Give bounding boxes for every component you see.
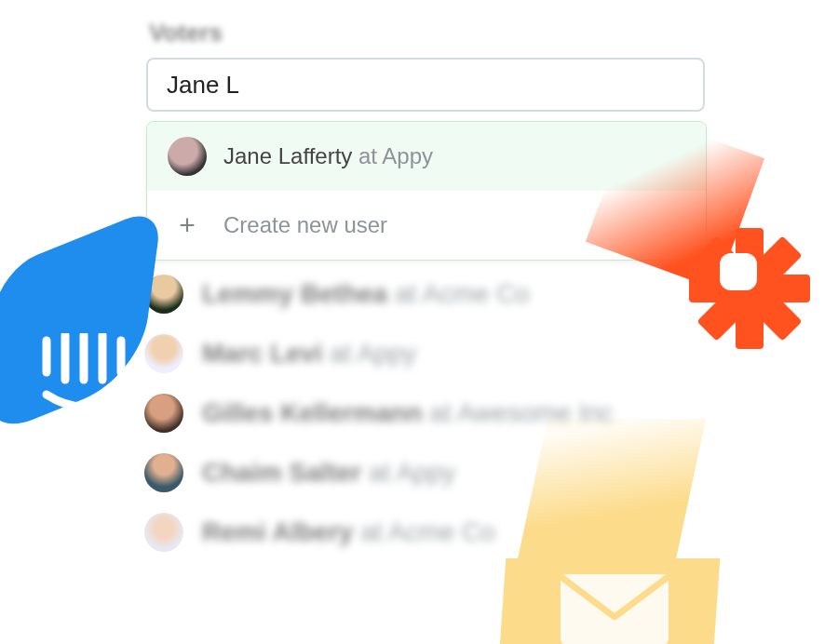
svg-rect-6: [689, 275, 810, 302]
svg-rect-8: [696, 235, 802, 341]
intercom-icon: [35, 333, 128, 417]
user-search-input[interactable]: [165, 70, 686, 101]
user-list: Lemmy Bethea at Acme Co Marc Levi at App…: [144, 275, 613, 552]
svg-rect-7: [696, 235, 802, 341]
user-label: Lemmy Bethea at Acme Co: [202, 279, 530, 309]
create-new-user-label: Create new user: [223, 212, 387, 238]
list-item[interactable]: Gilles Kellermann at Awesome Inc: [144, 394, 613, 433]
intercom-logo-decoration: [0, 270, 163, 433]
user-label: Chaim Salter at Appy: [202, 458, 455, 488]
mail-icon: [559, 572, 670, 644]
user-label: Remi Albery at Acme Co: [202, 517, 495, 547]
avatar: [144, 513, 183, 552]
avatar: [144, 334, 183, 373]
suggestion-text: Jane Lafferty at Appy: [223, 143, 433, 169]
suggestion-name: Jane Lafferty: [223, 143, 352, 168]
user-suggestion-row[interactable]: Jane Lafferty at Appy: [147, 122, 706, 191]
plus-icon: +: [168, 206, 207, 245]
list-item[interactable]: Lemmy Bethea at Acme Co: [144, 275, 613, 314]
list-item[interactable]: Marc Levi at Appy: [144, 334, 613, 373]
list-item[interactable]: Chaim Salter at Appy: [144, 453, 613, 492]
suggestion-at: at: [358, 143, 377, 168]
suggestion-company: Appy: [382, 143, 433, 168]
user-label: Gilles Kellermann at Awesome Inc: [202, 398, 613, 428]
field-label: Voters: [149, 19, 223, 47]
user-search-input-wrapper[interactable]: [146, 58, 705, 112]
svg-rect-5: [736, 228, 764, 349]
user-search-dropdown: Jane Lafferty at Appy + Create new user: [146, 121, 707, 261]
list-item[interactable]: Remi Albery at Acme Co: [144, 513, 613, 552]
avatar: [144, 394, 183, 433]
avatar: [144, 275, 183, 314]
avatar: [168, 137, 207, 176]
user-label: Marc Levi at Appy: [202, 339, 416, 369]
avatar: [144, 453, 183, 492]
create-new-user-row[interactable]: + Create new user: [147, 191, 706, 260]
svg-rect-9: [561, 574, 669, 644]
